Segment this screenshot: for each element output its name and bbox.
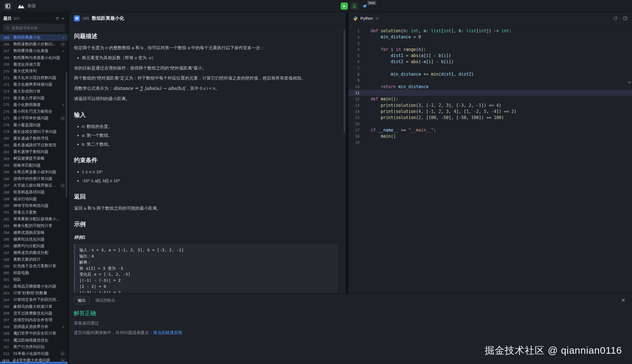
problem-list-item[interactable]: 307连续空间内存合并管理 [0, 317, 68, 323]
problem-list-item[interactable]: 290神奇字符串构造问题 [0, 202, 68, 209]
code-text: min_distance = 0 [366, 34, 632, 40]
problem-list-item[interactable]: 270最大优美排列 [0, 68, 68, 75]
tab-output[interactable]: 输出 [74, 296, 90, 304]
problem-list-item[interactable]: 285水果店果篮最小成本问题 [0, 169, 68, 175]
problem-list-item[interactable]: 304计算特定条件下的四元组... [0, 296, 68, 303]
problem-list-item[interactable]: 274最大敌人俘获问题 [0, 95, 68, 101]
item-number: 301 [3, 278, 11, 282]
problem-list-item[interactable]: 284模板串匹配问题 [0, 162, 68, 169]
problem-list-item[interactable]: 291禁看点方案数 [0, 209, 68, 216]
code-line[interactable]: 5 dist1 = abs(a[i] - b[i]) [348, 53, 632, 59]
problem-list-item[interactable]: 301组队 [0, 276, 68, 283]
line-number: 14 [348, 108, 366, 115]
problem-list-item[interactable]: 306货车过路费最优化问题 [0, 310, 68, 317]
code-line[interactable]: 6 dist2 = abs(-a[i] - b[i]) [348, 59, 632, 65]
code-line[interactable]: 10 return min_distance [348, 84, 632, 90]
problem-list-item[interactable]: 268数组重构与差值最小化问题 [0, 55, 68, 61]
code-line[interactable]: 12def main(): [348, 96, 632, 102]
app-logo-icon[interactable] [4, 2, 12, 10]
problem-list-item[interactable]: 266数组凑数的最小步数问... [0, 41, 68, 48]
problem-list-item[interactable]: 267数组重排最小化差值✓ [0, 48, 68, 54]
problem-list-item[interactable]: 292算珠重新分配以获得最小... [0, 216, 68, 222]
sidebar-scrollbar[interactable] [66, 73, 67, 197]
code-line[interactable]: 16 [348, 121, 632, 127]
problem-list-item[interactable]: 302装饰品丑陋值最小化问题 [0, 283, 68, 290]
run-button[interactable] [341, 3, 348, 10]
item-number: 310 [3, 338, 11, 342]
problem-list-item[interactable]: 286游戏中的伤害计算问题 [0, 175, 68, 182]
problem-list-item[interactable]: 310魔法防御塔建造优化 [0, 337, 68, 343]
problem-list-item[interactable]: 287火车驶入驶出顺序验证问题 [0, 182, 68, 189]
code-line[interactable]: 17if __name__ == "__main__": [348, 127, 632, 133]
problem-list-item[interactable]: 309魔幻世界中的安全区计算 [0, 330, 68, 337]
editor-layout-icon[interactable] [623, 16, 628, 21]
problem-list-item[interactable]: 303计算"好数组"的数量 [0, 290, 68, 296]
community-share-button[interactable] [361, 3, 368, 10]
item-title: 最长递减子数组寻找 [13, 136, 65, 141]
problem-list-item[interactable]: 288矩形棋盘路径问题 [0, 189, 68, 195]
code-text: print(solution(4, [-1, 2, 3, 4], [1, -2,… [366, 108, 632, 115]
code-line[interactable]: 15 print(solution(2, [100, -50], [-50, 1… [348, 115, 632, 121]
problem-list-item[interactable]: 295糖果吃法优化问题 [0, 236, 68, 243]
problem-list-item[interactable]: 265数组距离最小化✓ [0, 34, 68, 41]
code-line[interactable]: 8 min_distance += min(dist1, dist2) [348, 71, 632, 77]
problem-list-item[interactable]: 31201串最小化操作问题 [0, 350, 68, 357]
code-line[interactable]: 13 print(solution(3, [-1, 2, 3], [-3, 2,… [348, 102, 632, 108]
problem-scrollbar[interactable] [344, 29, 345, 132]
tab-debug-console[interactable]: 调试控制台 [95, 298, 115, 303]
problem-list-item[interactable]: 276最小同长巧克力板组合 [0, 108, 68, 115]
problem-list-item[interactable]: 298素数元素的统计 [0, 256, 68, 263]
language-switch-icon[interactable]: ⇄ [375, 16, 378, 20]
code-text: return min_distance [366, 84, 632, 90]
warnings-count: 0 [17, 359, 19, 363]
code-line[interactable]: 11 [348, 90, 632, 96]
filter-icon[interactable] [55, 17, 59, 21]
code-line[interactable]: 18 main() [348, 133, 632, 139]
code-line[interactable]: 3 [348, 40, 632, 46]
code-text [366, 90, 632, 96]
problem-list-item[interactable]: 280最长递减子数组寻找 [0, 135, 68, 142]
problem-list-item[interactable]: 281最长递减路径节点数查找 [0, 142, 68, 148]
problem-list-item[interactable]: 294糖果优惠购买策略 [0, 229, 68, 236]
add-icon[interactable]: + [61, 17, 64, 21]
code-line[interactable]: 7 [348, 65, 632, 71]
problem-list-item[interactable]: 293粮食分配的可能性计算 [0, 222, 68, 229]
problem-list-item[interactable]: 273最大异或和计算 [0, 88, 68, 95]
code-line[interactable]: 19 [348, 139, 632, 145]
search-input[interactable] [11, 26, 62, 30]
code-line[interactable]: 1def solution(n: int, a: list[int], b: l… [348, 28, 632, 34]
submit-test-button[interactable] [351, 3, 358, 10]
warnings-indicator[interactable]: 0 [12, 359, 19, 363]
problem-list-item[interactable]: 289破冰行动问题 [0, 196, 68, 202]
problem-list-item[interactable]: 299红色格子染色方案数计算 [0, 263, 68, 269]
code-line[interactable]: 14 print(solution(4, [-1, 2, 3, 4], [1, … [348, 108, 632, 115]
code-editor[interactable]: 1def solution(n: int, a: list[int], b: l… [348, 24, 632, 293]
problem-list-item[interactable]: 275最小化数组极值✓ [0, 101, 68, 108]
code-line[interactable]: 9 [348, 77, 632, 83]
problem-list-item[interactable]: 272最大化糖果美味值问题 [0, 81, 68, 88]
reset-code-icon[interactable] [613, 16, 618, 21]
problem-list-item[interactable]: 305象棋马的最大权值计算 [0, 303, 68, 310]
code-line[interactable]: 2 min_distance = 0 [348, 34, 632, 40]
problem-list-item[interactable]: 279最长连续交替01子串问题 [0, 128, 68, 135]
problem-list-item[interactable]: 300组装电脑 [0, 270, 68, 276]
problem-list-item[interactable]: 269最优化存储方案 [0, 61, 68, 68]
problem-list-item[interactable]: 296糖果均匀分配问题 [0, 243, 68, 249]
code-line[interactable]: 4 for i in range(n): [348, 46, 632, 53]
problem-list-item[interactable]: 271最大化未出现自然数问题 [0, 75, 68, 81]
problem-list-item[interactable]: 308选择题反选效果分析✓ [0, 323, 68, 330]
problem-list-item[interactable]: 282最长递增子数组问题 [0, 148, 68, 155]
problem-list-item[interactable]: 278最小覆盖圆问题 [0, 122, 68, 128]
feedback-link[interactable]: 请点此链接反馈 [153, 330, 182, 335]
statusbar: 0 0 [2, 359, 18, 363]
errors-indicator[interactable]: 0 [2, 359, 9, 363]
marscode-logo-icon[interactable] [18, 4, 25, 9]
problem-list-item[interactable]: 283树苗健康提升策略 [0, 155, 68, 162]
problem-list-item[interactable]: 311黑产行为序列识别 [0, 344, 68, 350]
topbar: 刷题 Beta [0, 0, 632, 12]
problem-panel: 265 数组距离最小化 问题描述给定两个长度为 n 的整数数组 a 和 b，你可… [69, 12, 348, 293]
problem-list-item[interactable]: 297糖果迷宫的最优分配 [0, 249, 68, 256]
problem-list-item[interactable]: 277最小字符串价值问题 [0, 115, 68, 122]
item-number: 292 [3, 217, 11, 221]
close-panel-icon[interactable]: ✕ [621, 298, 625, 303]
